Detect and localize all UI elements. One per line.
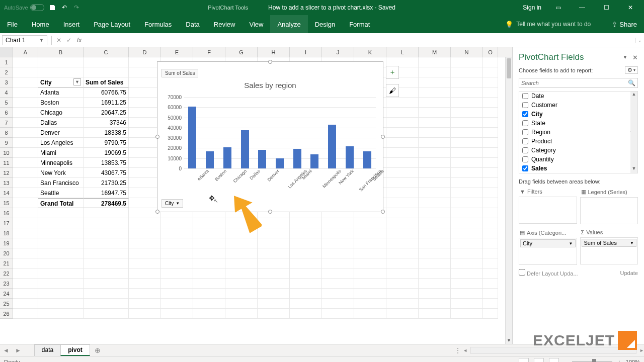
cell[interactable] [193, 248, 225, 258]
ribbon-tab-home[interactable]: Home [25, 15, 56, 33]
cell[interactable] [451, 238, 483, 248]
cell[interactable] [451, 98, 483, 108]
cell[interactable] [84, 57, 129, 67]
cell[interactable] [386, 128, 419, 138]
cell[interactable] [386, 178, 419, 188]
column-header[interactable]: H [258, 47, 290, 57]
row-header[interactable]: 18 [0, 228, 13, 238]
cell[interactable] [322, 289, 354, 299]
cell[interactable]: San Francisco [38, 178, 84, 188]
enter-formula-icon[interactable]: ✓ [64, 37, 74, 44]
row-header[interactable]: 3 [0, 77, 13, 87]
ribbon-tab-page-layout[interactable]: Page Layout [87, 15, 137, 33]
cell[interactable] [419, 108, 451, 118]
cell[interactable] [258, 218, 290, 228]
normal-view-button[interactable] [519, 358, 529, 363]
axis-area[interactable]: City▼ [519, 238, 577, 265]
cell[interactable] [483, 57, 498, 67]
cell[interactable] [13, 258, 38, 268]
cell[interactable] [386, 138, 419, 148]
chart-elements-button[interactable]: ＋ [386, 66, 399, 79]
row-header[interactable]: 7 [0, 118, 13, 128]
cell[interactable] [13, 57, 38, 67]
cell[interactable] [483, 248, 498, 258]
cell[interactable] [419, 148, 451, 158]
cell[interactable] [483, 178, 498, 188]
chart-bar[interactable] [293, 149, 301, 168]
sheet-tab-pivot[interactable]: pivot [60, 344, 90, 356]
row-header[interactable]: 26 [0, 309, 13, 319]
cell[interactable] [193, 228, 225, 238]
field-list-scrollbar[interactable]: ▲ ▼ [630, 92, 637, 173]
sign-in-button[interactable]: Sign in [523, 4, 541, 11]
share-button[interactable]: ⇪Share [612, 21, 637, 28]
cell[interactable] [451, 188, 483, 198]
cell[interactable] [161, 238, 193, 248]
cell[interactable] [13, 148, 38, 158]
cell[interactable] [193, 309, 225, 319]
cell[interactable] [354, 218, 386, 228]
cell[interactable] [13, 128, 38, 138]
cell[interactable] [38, 289, 84, 299]
field-search-input[interactable] [521, 80, 628, 86]
cell[interactable] [129, 248, 161, 258]
cell[interactable] [483, 118, 498, 128]
cell[interactable]: Los Angeles [38, 138, 84, 148]
column-header[interactable]: D [129, 47, 161, 57]
cell[interactable] [38, 218, 84, 228]
cell[interactable] [386, 168, 419, 178]
vertical-scrollbar[interactable]: ▲ ▼ [505, 57, 512, 344]
cell[interactable] [354, 268, 386, 279]
cell[interactable] [483, 299, 498, 309]
field-checkbox[interactable] [522, 102, 528, 108]
cell[interactable] [322, 258, 354, 268]
cell[interactable] [322, 248, 354, 258]
chart-bar[interactable] [223, 147, 231, 168]
cell[interactable] [13, 309, 38, 319]
cell[interactable] [258, 299, 290, 309]
cell[interactable]: 19069.5 [84, 148, 129, 158]
cell[interactable] [129, 158, 161, 168]
cell[interactable] [451, 148, 483, 158]
cell[interactable] [193, 289, 225, 299]
cell[interactable] [129, 238, 161, 248]
cell[interactable] [322, 279, 354, 289]
cell[interactable] [322, 238, 354, 248]
cell[interactable]: Seattle [38, 188, 84, 198]
cell[interactable] [13, 279, 38, 289]
cell[interactable] [193, 218, 225, 228]
cell[interactable] [225, 299, 258, 309]
cell[interactable] [225, 228, 258, 238]
cell[interactable] [38, 248, 84, 258]
chart-styles-button[interactable]: 🖌 [386, 84, 399, 97]
cell[interactable] [451, 268, 483, 279]
cell[interactable] [84, 309, 129, 319]
column-header[interactable]: G [225, 47, 258, 57]
cell[interactable] [193, 299, 225, 309]
cell[interactable] [322, 299, 354, 309]
cell[interactable] [225, 289, 258, 299]
expand-formula-bar-icon[interactable]: ⌄ [635, 38, 644, 43]
cell[interactable] [419, 77, 451, 87]
cell[interactable] [84, 248, 129, 258]
cell[interactable] [38, 228, 84, 238]
field-item-customer[interactable]: Customer [519, 101, 637, 110]
cell[interactable] [354, 238, 386, 248]
row-header[interactable]: 8 [0, 128, 13, 138]
page-layout-view-button[interactable] [534, 358, 544, 363]
defer-layout-checkbox[interactable]: Defer Layout Upda... [519, 269, 578, 277]
cell[interactable] [386, 258, 419, 268]
cell[interactable] [386, 158, 419, 168]
ribbon-tab-view[interactable]: View [242, 15, 270, 33]
ribbon-tab-review[interactable]: Review [207, 15, 243, 33]
ribbon-tab-design[interactable]: Design [308, 15, 342, 33]
cell[interactable] [290, 248, 322, 258]
fx-icon[interactable]: fx [77, 37, 82, 44]
cell[interactable] [84, 238, 129, 248]
cell[interactable] [451, 118, 483, 128]
cell[interactable] [225, 279, 258, 289]
cell[interactable] [129, 178, 161, 188]
cell[interactable] [354, 279, 386, 289]
row-header[interactable]: 11 [0, 158, 13, 168]
cell[interactable] [13, 268, 38, 279]
